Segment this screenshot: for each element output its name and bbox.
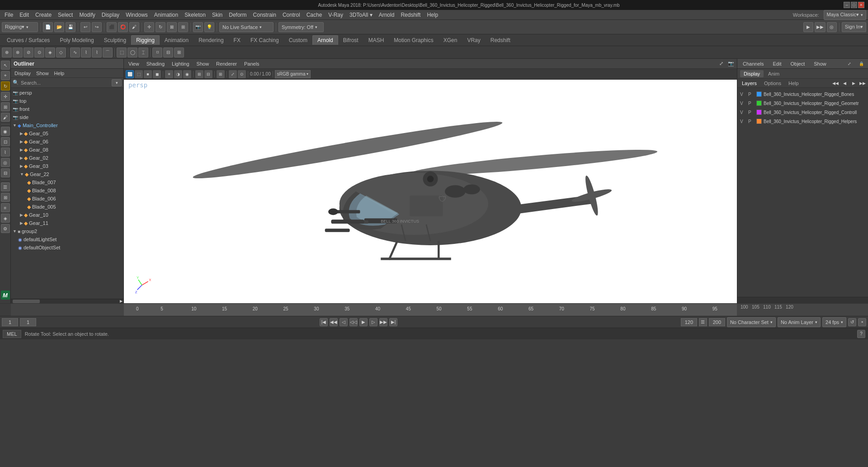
outliner-content[interactable]: 📷 persp 📷 top 📷 front 📷 side ▼ ◆ Main_Co… (11, 88, 123, 299)
jump-end-btn[interactable]: ▶| (389, 318, 397, 326)
tab-curves-surfaces[interactable]: Curves / Surfaces (2, 35, 55, 45)
paint-weights-btn[interactable]: 🖌 (1, 113, 10, 122)
scale-tool-btn[interactable]: ⊞ (1, 102, 10, 111)
layer-controllers[interactable]: V P Bell_360_Invictus_Helicopter_Rigged_… (737, 108, 868, 117)
channels-lock-icon[interactable]: 🔒 (857, 60, 865, 68)
texture-btn[interactable]: ⊞ (195, 70, 203, 78)
menu-select[interactable]: Select (55, 11, 75, 19)
auto-key-btn[interactable]: ⚬ (858, 318, 866, 326)
jump-start-btn[interactable]: |◀ (320, 318, 328, 326)
menu-edit[interactable]: Edit (17, 11, 32, 19)
viewport-lighting-menu[interactable]: Lighting (169, 61, 192, 67)
ipr-icon[interactable]: ◎ (827, 22, 837, 32)
layer-bones-v[interactable]: V (740, 92, 746, 97)
no-character-set-dropdown[interactable]: No Character Set (727, 317, 776, 327)
isolate-btn[interactable]: ⊙ (238, 70, 246, 78)
tab-rendering[interactable]: Rendering (193, 35, 228, 45)
scroll-right-icon[interactable]: ▶▶ (859, 80, 866, 87)
outliner-item-top[interactable]: 📷 top (11, 97, 123, 105)
arc-icon[interactable]: ⌒ (103, 48, 113, 57)
prev-key-btn[interactable]: ◀◀ (330, 318, 338, 326)
timeline-numbers[interactable]: 0 5 10 15 20 25 30 35 40 45 50 55 60 65 … (124, 304, 737, 316)
outliner-scroll-thumb[interactable] (13, 300, 40, 303)
workspace-dropdown[interactable]: Maya Classic▾ (824, 10, 866, 20)
outliner-item-gear-05[interactable]: ▶ ◆ Gear_05 (11, 129, 123, 138)
poly-cube-icon[interactable]: ⬚ (117, 48, 127, 57)
viewport-canvas[interactable]: BELL 360 INVICTUS 🛡 persp X (124, 80, 737, 303)
playback-end-input[interactable] (709, 318, 725, 326)
layer-helpers[interactable]: V P Bell_360_Invictus_Helicopter_Rigged_… (737, 117, 868, 126)
anim-layer-icon[interactable]: ☰ (699, 318, 707, 326)
new-file-icon[interactable]: 📄 (43, 22, 53, 32)
lasso-icon[interactable]: ⭕ (118, 22, 128, 32)
wireframe-shaded-btn[interactable]: ⬜ (126, 70, 134, 78)
viewport-camera-icon2[interactable]: 📷 (727, 60, 735, 68)
lighting-use-btn[interactable]: ☀ (165, 70, 173, 78)
outliner-item-gear-22[interactable]: ▼ ◆ Gear_22 (11, 170, 123, 178)
show-menu[interactable]: Show (811, 60, 829, 67)
scroll-next-icon[interactable]: ▶ (850, 80, 857, 87)
scroll-left-icon[interactable]: ◀◀ (832, 80, 839, 87)
camera-icon[interactable]: 📷 (193, 22, 203, 32)
outliner-item-default-light-set[interactable]: ◉ defaultLightSet (11, 235, 123, 243)
menu-animation[interactable]: Animation (151, 11, 181, 19)
tab-animation[interactable]: Animation (160, 35, 193, 45)
outliner-item-blade-007[interactable]: ◆ Blade_007 (11, 178, 123, 186)
poly-cylinder-icon[interactable]: ⌶ (138, 48, 148, 57)
snap-curve-btn[interactable]: ⌇ (1, 148, 10, 157)
layer-ctrl-v[interactable]: V (740, 110, 746, 115)
menu-3dtoall[interactable]: 3DToAll ▾ (347, 11, 375, 19)
outliner-item-gear-06[interactable]: ▶ ◆ Gear_06 (11, 138, 123, 146)
mel-btn[interactable]: MEL (3, 330, 21, 338)
light-icon[interactable]: 💡 (204, 22, 214, 32)
layer-geom-p[interactable]: P (748, 101, 755, 106)
shadows-btn[interactable]: ◑ (174, 70, 182, 78)
outliner-horizontal-scrollbar[interactable]: ▶ (11, 299, 123, 303)
outliner-item-gear-11[interactable]: ▶ ◆ Gear_11 (11, 219, 123, 227)
outliner-item-blade-005[interactable]: ◆ Blade_005 (11, 203, 123, 211)
help-line-icon[interactable]: ? (857, 330, 865, 338)
joint-tool-icon[interactable]: ⊕ (2, 48, 12, 57)
select-by-poly-icon[interactable]: ⬛ (107, 22, 117, 32)
outliner-show-menu[interactable]: Show (34, 70, 51, 76)
range-end-input[interactable] (681, 318, 697, 326)
tab-arnold[interactable]: Arnold (312, 35, 338, 45)
gamma-dropdown[interactable]: sRGB gamma (275, 70, 311, 78)
render-settings-btn[interactable]: ⚙ (1, 224, 10, 233)
rigging-dropdown[interactable]: Rigging▾ (2, 22, 38, 32)
menu-windows[interactable]: Windows (123, 11, 151, 19)
play-fwd-btn[interactable]: ▶ (359, 318, 368, 326)
render-seq-icon[interactable]: ▶▶ (815, 22, 826, 32)
menu-skin[interactable]: Skin (209, 11, 225, 19)
options-tab[interactable]: Options (761, 80, 784, 86)
menu-control[interactable]: Control (280, 11, 303, 19)
outliner-item-front[interactable]: 📷 front (11, 105, 123, 113)
snap-point-btn[interactable]: ◎ (1, 158, 10, 167)
uvs-btn[interactable]: ⊟ (204, 70, 212, 78)
snap-view-btn[interactable]: ⊟ (1, 168, 10, 177)
ao-btn[interactable]: ◉ (183, 70, 191, 78)
scale-icon[interactable]: ⊠ (167, 22, 177, 32)
tab-redshift[interactable]: Redshift (486, 35, 515, 45)
rotate-icon[interactable]: ↻ (156, 22, 165, 32)
edit-menu[interactable]: Edit (770, 60, 784, 67)
transform-icon[interactable]: ⊞ (178, 22, 188, 32)
undo-icon[interactable]: ↩ (80, 22, 90, 32)
menu-modify[interactable]: Modify (76, 11, 98, 19)
menu-redshift[interactable]: Redshift (398, 11, 423, 19)
outliner-scroll-right[interactable]: ▶ (119, 299, 123, 304)
no-live-surface-dropdown[interactable]: No Live Surface (219, 22, 274, 32)
search-options-btn[interactable]: ▾ (112, 79, 122, 86)
paint-icon[interactable]: 🖌 (129, 22, 139, 32)
tab-bifrost[interactable]: Bifrost (338, 35, 363, 45)
menu-vray[interactable]: V-Ray (326, 11, 346, 19)
skin-tool-icon[interactable]: ◈ (45, 48, 55, 57)
save-file-icon[interactable]: 💾 (66, 22, 75, 32)
wireframe-btn[interactable]: ⬚ (135, 70, 143, 78)
outliner-item-side[interactable]: 📷 side (11, 113, 123, 121)
channels-expand-icon[interactable]: ⤢ (845, 60, 854, 68)
tab-sculpting[interactable]: Sculpting (99, 35, 131, 45)
viewport-show-menu[interactable]: Show (194, 61, 212, 67)
channel-horizontal-scrollbar[interactable] (737, 297, 868, 303)
deformer-icon[interactable]: ⌑ (152, 48, 162, 57)
